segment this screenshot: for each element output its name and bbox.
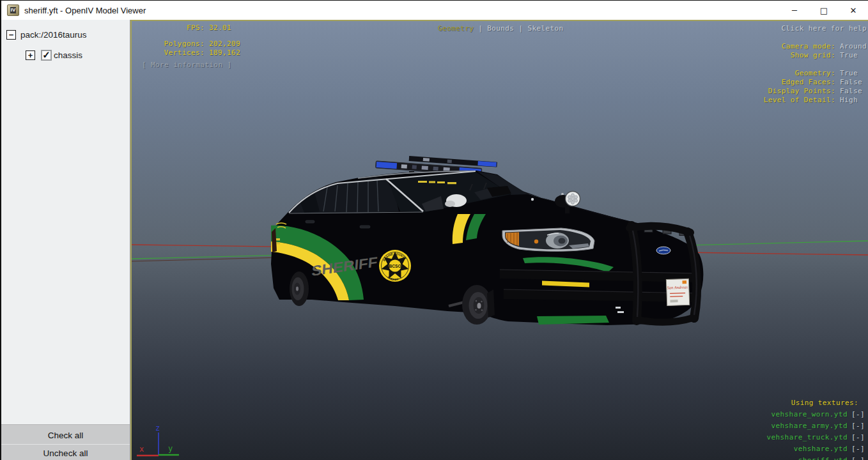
app-icon: IV	[7, 4, 19, 16]
tab-separator: |	[518, 24, 523, 33]
tree-chassis-label[interactable]: chassis	[54, 50, 82, 60]
texture-name: sheriff.ytd	[798, 457, 848, 460]
geometry-label: Geometry:	[795, 69, 835, 78]
tab-bounds[interactable]: Bounds	[487, 24, 514, 33]
show-grid-row[interactable]: Show grid: True	[649, 51, 867, 60]
display-points-label: Display Points:	[768, 87, 835, 96]
texture-row: vehshare_worn.ytd [-]	[649, 411, 867, 422]
edged-faces-value: False	[840, 78, 867, 87]
check-all-button[interactable]: Check all	[1, 424, 130, 444]
display-points-value: False	[840, 87, 867, 96]
camera-mode-row[interactable]: Camera mode: Around	[649, 42, 867, 51]
texture-name: vehshare.ytd	[794, 445, 848, 457]
show-grid-value: True	[840, 51, 867, 60]
axis-gizmo: z x y	[137, 424, 179, 456]
window-controls: ─ □ ✕	[780, 1, 868, 20]
close-button[interactable]: ✕	[839, 1, 868, 20]
tab-geometry[interactable]: Geometry	[438, 24, 474, 33]
show-grid-label: Show grid:	[791, 51, 835, 60]
minimize-button[interactable]: ─	[780, 1, 809, 20]
collapse-icon[interactable]: −	[6, 30, 16, 40]
texture-name: vehshare_army.ytd	[771, 422, 848, 434]
textures-overlay: Using textures: vehshare_worn.ytd [-] ve…	[649, 399, 867, 460]
polygons-label: Polygons:	[138, 40, 205, 49]
texture-collapse-toggle[interactable]: [-]	[851, 411, 865, 422]
car-model: SHERIFF BCSO BLAINE COUNTY SHERIFF	[271, 156, 703, 325]
texture-collapse-toggle[interactable]: [-]	[851, 457, 865, 460]
settings-overlay: Camera mode: Around Show grid: True Geom…	[649, 42, 867, 105]
stats-overlay: FPS: 32.01 Polygons: 202,209 Vertices: 1…	[138, 24, 240, 69]
texture-row: sheriff.ytd [-]	[649, 457, 867, 460]
geometry-row[interactable]: Geometry: True	[649, 69, 867, 78]
license-plate: San Andreas	[666, 279, 689, 305]
camera-mode-value: Around	[840, 42, 867, 51]
expand-icon[interactable]: +	[26, 50, 35, 60]
tree-item-chassis[interactable]: + ✓ chassis	[1, 47, 130, 63]
headlight	[502, 228, 594, 251]
plate-text: San Andreas	[667, 284, 688, 289]
tab-skeleton[interactable]: Skeleton	[527, 24, 563, 33]
level-of-detail-row[interactable]: Level of Detail: High	[649, 96, 867, 105]
camera-mode-label: Camera mode:	[782, 42, 835, 51]
badge-center-text: BCSO	[389, 264, 401, 268]
edged-faces-label: Edged Faces:	[782, 78, 835, 87]
app-icon-text: IV	[10, 7, 17, 13]
texture-collapse-toggle[interactable]: [-]	[851, 434, 865, 445]
geometry-value: True	[840, 69, 867, 78]
fps-row: FPS: 32.01	[138, 24, 240, 33]
vertices-value: 189,162	[209, 49, 240, 57]
texture-name: vehshare_truck.ytd	[767, 434, 848, 445]
bcso-badge: BCSO BLAINE COUNTY SHERIFF	[379, 250, 411, 282]
fps-label: FPS:	[138, 24, 205, 33]
level-of-detail-value: High	[840, 96, 867, 105]
viewport[interactable]: SHERIFF BCSO BLAINE COUNTY SHERIFF	[130, 20, 868, 460]
rear-wheel	[290, 272, 309, 306]
model-tree: − pack:/2016taurus + ✓ chassis	[1, 20, 130, 63]
axis-z-label: z	[155, 424, 160, 433]
edged-faces-row[interactable]: Edged Faces: False	[649, 78, 867, 87]
textures-header: Using textures:	[649, 399, 867, 411]
model-tree-sidebar: − pack:/2016taurus + ✓ chassis Check all…	[0, 20, 130, 460]
texture-collapse-toggle[interactable]: [-]	[851, 422, 865, 434]
chassis-checkbox[interactable]: ✓	[41, 50, 52, 61]
more-information-link[interactable]: [ More information ]	[142, 61, 240, 69]
maximize-button[interactable]: □	[809, 1, 839, 20]
window-title: sheriff.yft - OpenIV Model Viewer	[24, 6, 146, 15]
view-mode-tabs: Geometry | Bounds | Skeleton	[438, 24, 564, 33]
level-of-detail-label: Level of Detail:	[764, 96, 835, 105]
texture-row: vehshare_truck.ytd [-]	[649, 434, 867, 445]
texture-collapse-toggle[interactable]: [-]	[851, 445, 865, 457]
tree-root-label[interactable]: pack:/2016taurus	[20, 30, 87, 40]
texture-row: vehshare.ytd [-]	[649, 445, 867, 457]
tree-actions: Check all Uncheck all	[1, 424, 130, 460]
polygons-row: Polygons: 202,209	[138, 40, 240, 49]
texture-name: vehshare_worn.ytd	[771, 411, 848, 422]
help-link[interactable]: Click here for help	[782, 24, 867, 33]
axis-x-label: x	[139, 445, 144, 454]
polygons-value: 202,209	[209, 40, 240, 49]
axis-y-label: y	[168, 444, 173, 453]
tab-separator: |	[478, 24, 483, 33]
title-bar: IV sheriff.yft - OpenIV Model Viewer ─ □…	[0, 1, 868, 20]
display-points-row[interactable]: Display Points: False	[649, 87, 867, 96]
openiv-model-viewer-window: { "window": { "title": "sheriff.yft - Op…	[0, 0, 868, 460]
tree-item-root[interactable]: − pack:/2016taurus	[1, 27, 130, 42]
vertices-row: Vertices: 189,162	[138, 49, 240, 57]
vertices-label: Vertices:	[138, 49, 205, 57]
texture-row: vehshare_army.ytd [-]	[649, 422, 867, 434]
fps-value: 32.01	[209, 24, 231, 33]
uncheck-all-button[interactable]: Uncheck all	[1, 444, 130, 460]
